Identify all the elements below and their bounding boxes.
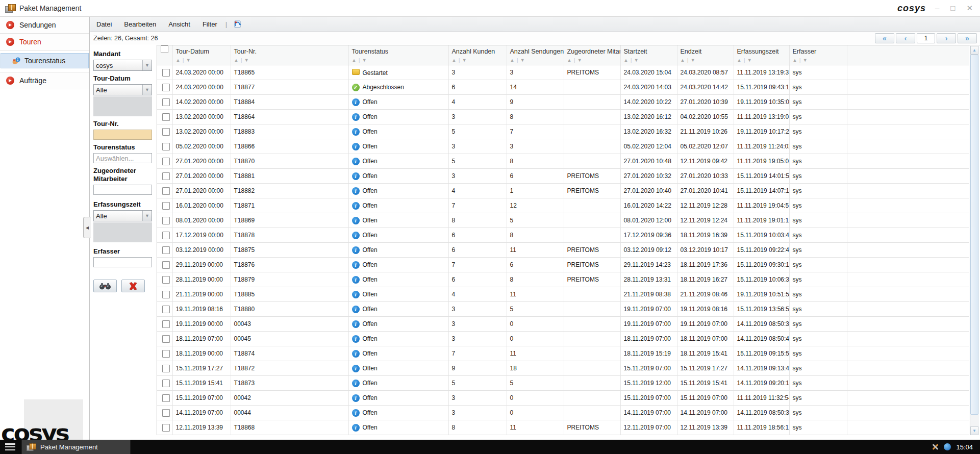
sort-controls[interactable]: ▲ | ▼: [173, 58, 231, 65]
row-checkbox[interactable]: [162, 276, 170, 284]
table-row[interactable]: 08.01.2020 00:00T18869iOffen8508.01.2020…: [157, 213, 969, 228]
sort-controls[interactable]: ▲ | ▼: [734, 58, 789, 65]
row-checkbox[interactable]: [162, 128, 170, 136]
column-header-tour-nr-[interactable]: Tour-Nr.▲ | ▼: [231, 45, 348, 65]
table-row[interactable]: 03.12.2019 00:00T18875iOffen611PREITOMS0…: [157, 243, 969, 258]
pagination-next-button[interactable]: ›: [937, 33, 956, 43]
panel-collapse-handle[interactable]: ◀: [83, 217, 91, 238]
maximize-button[interactable]: □: [950, 4, 955, 13]
table-row[interactable]: 21.11.2019 00:00T18885iOffen41121.11.201…: [157, 287, 969, 302]
pagination-last-button[interactable]: »: [958, 33, 977, 43]
row-checkbox[interactable]: [162, 261, 170, 269]
pagination-prev-button[interactable]: ‹: [896, 33, 915, 43]
row-checkbox[interactable]: [162, 172, 170, 180]
row-checkbox[interactable]: [162, 202, 170, 210]
sort-controls[interactable]: ▲ | ▼: [507, 58, 564, 65]
row-checkbox[interactable]: [162, 291, 170, 298]
clear-filter-button[interactable]: [121, 280, 145, 292]
menu-ansicht[interactable]: Ansicht: [162, 17, 196, 31]
sort-asc-icon[interactable]: ▲: [234, 58, 239, 63]
menu-datei[interactable]: Datei: [90, 17, 118, 31]
table-row[interactable]: 24.03.2020 00:00T18865Gestartet33PREITOM…: [157, 65, 969, 80]
sort-desc-icon[interactable]: ▼: [520, 58, 525, 63]
close-button[interactable]: ✕: [966, 4, 973, 13]
table-row[interactable]: 29.11.2019 00:00T18876iOffen76PREITOMS29…: [157, 258, 969, 272]
table-row[interactable]: 18.11.2019 07:0000045iOffen3018.11.2019 …: [157, 332, 969, 346]
refresh-data-icon[interactable]: [233, 20, 242, 29]
row-checkbox[interactable]: [162, 69, 170, 77]
table-row[interactable]: 27.01.2020 00:00T18881iOffen36PREITOMS27…: [157, 169, 969, 184]
sort-desc-icon[interactable]: ▼: [244, 58, 249, 63]
pagination-page-input[interactable]: 1: [917, 33, 935, 43]
tour-nr-input[interactable]: [93, 130, 152, 140]
row-checkbox[interactable]: [162, 424, 170, 432]
column-header-anzahl-sendungen[interactable]: Anzahl Sendungen▲ | ▼: [507, 45, 564, 65]
table-row[interactable]: 27.01.2020 00:00T18882iOffen41PREITOMS27…: [157, 184, 969, 198]
column-header-erfassungszeit[interactable]: Erfassungszeit▲ | ▼: [734, 45, 789, 65]
sidebar-item-tourenstatus[interactable]: Tourenstatus: [1, 53, 89, 68]
mandant-select[interactable]: cosys ▼: [93, 60, 152, 71]
tools-tray-icon[interactable]: [932, 443, 939, 450]
column-header-tourenstatus[interactable]: Tourenstatus▲ | ▼: [348, 45, 448, 65]
scroll-up-arrow-icon[interactable]: ▲: [970, 46, 978, 55]
row-checkbox[interactable]: [162, 158, 170, 165]
sort-controls[interactable]: ▲ | ▼: [449, 58, 507, 65]
sort-controls[interactable]: ▲ | ▼: [790, 58, 847, 65]
table-row[interactable]: 14.11.2019 07:0000044iOffen3014.11.2019 …: [157, 406, 969, 420]
column-header-anzahl-kunden[interactable]: Anzahl Kunden▲ | ▼: [448, 45, 507, 65]
column-header-zugeordneter-mitarbe[interactable]: Zugeordneter Mitarbe▲ | ▼: [564, 45, 620, 65]
scrollbar-thumb[interactable]: [970, 55, 978, 415]
sort-desc-icon[interactable]: ▼: [803, 58, 808, 63]
column-header-endzeit[interactable]: Endzeit▲ | ▼: [677, 45, 734, 65]
table-row[interactable]: 15.11.2019 17:27T18872iOffen91815.11.201…: [157, 361, 969, 376]
row-checkbox[interactable]: [162, 217, 170, 224]
table-row[interactable]: 24.03.2020 00:00T18877✓Abgeschlossen6142…: [157, 80, 969, 95]
table-row[interactable]: 15.11.2019 15:41T18873iOffen5515.11.2019…: [157, 376, 969, 391]
sort-desc-icon[interactable]: ▼: [691, 58, 696, 63]
row-checkbox[interactable]: [162, 187, 170, 195]
sort-asc-icon[interactable]: ▲: [793, 58, 798, 63]
table-row[interactable]: 28.11.2019 00:00T18879iOffen68PREITOMS28…: [157, 272, 969, 287]
sort-desc-icon[interactable]: ▼: [747, 58, 752, 63]
table-row[interactable]: 12.11.2019 13:39T18868iOffen811PREITOMS1…: [157, 420, 969, 435]
table-row[interactable]: 19.11.2019 00:0000043iOffen3019.11.2019 …: [157, 317, 969, 332]
column-header-tour-datum[interactable]: Tour-Datum▲ | ▼: [172, 45, 231, 65]
table-row[interactable]: 19.11.2019 08:16T18880iOffen3519.11.2019…: [157, 302, 969, 317]
sort-controls[interactable]: ▲ | ▼: [231, 58, 348, 65]
sort-asc-icon[interactable]: ▲: [681, 58, 686, 63]
table-row[interactable]: 17.12.2019 00:00T18878iOffen6817.12.2019…: [157, 228, 969, 243]
row-checkbox[interactable]: [162, 232, 170, 239]
start-menu-icon[interactable]: [5, 443, 15, 450]
row-checkbox[interactable]: [162, 113, 170, 121]
sort-desc-icon[interactable]: ▼: [462, 58, 467, 63]
table-row[interactable]: 13.02.2020 00:00T18864iOffen3813.02.2020…: [157, 110, 969, 124]
row-checkbox[interactable]: [162, 350, 170, 358]
sort-controls[interactable]: ▲ | ▼: [564, 58, 620, 65]
sort-asc-icon[interactable]: ▲: [510, 58, 515, 63]
sidebar-item-touren[interactable]: Touren: [0, 34, 89, 51]
sort-asc-icon[interactable]: ▲: [452, 58, 457, 63]
sort-desc-icon[interactable]: ▼: [634, 58, 639, 63]
row-checkbox[interactable]: [162, 306, 170, 313]
table-row[interactable]: 13.02.2020 00:00T18883iOffen5713.02.2020…: [157, 124, 969, 139]
sidebar-item-sendungen[interactable]: Sendungen: [0, 17, 89, 34]
column-header-startzeit[interactable]: Startzeit▲ | ▼: [620, 45, 677, 65]
row-checkbox[interactable]: [162, 246, 170, 254]
pagination-first-button[interactable]: «: [875, 33, 894, 43]
row-checkbox[interactable]: [162, 320, 170, 328]
scroll-down-arrow-icon[interactable]: ▼: [970, 426, 978, 435]
tourenstatus-input[interactable]: Auswählen...: [93, 153, 152, 163]
mitarbeiter-input[interactable]: [93, 185, 152, 195]
search-button[interactable]: [93, 280, 117, 292]
row-checkbox[interactable]: [162, 143, 170, 150]
menu-filter[interactable]: Filter: [196, 17, 223, 31]
table-row[interactable]: 14.02.2020 00:00T18884iOffen4914.02.2020…: [157, 95, 969, 110]
sort-controls[interactable]: ▲ | ▼: [677, 58, 734, 65]
select-all-checkbox[interactable]: [161, 45, 168, 53]
sort-controls[interactable]: ▲ | ▼: [349, 58, 448, 65]
sort-desc-icon[interactable]: ▼: [577, 58, 583, 63]
erfassungszeit-select[interactable]: Alle ▼: [93, 210, 152, 221]
sort-asc-icon[interactable]: ▲: [352, 58, 357, 63]
sort-desc-icon[interactable]: ▼: [186, 58, 191, 63]
erfasser-input[interactable]: [93, 257, 152, 267]
